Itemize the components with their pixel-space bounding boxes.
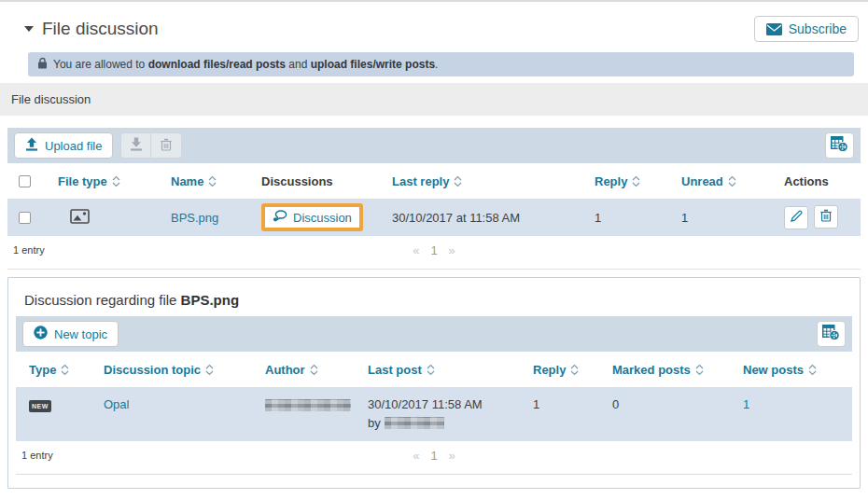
new-topic-label: New topic <box>54 327 107 341</box>
discussion-panel-title: Discussion regarding file BPS.png <box>8 278 860 316</box>
top-divider <box>0 0 868 2</box>
column-header-discussions: Discussions <box>254 174 385 188</box>
last-post-cell: 30/10/2017 11:58 AM by <box>360 387 525 430</box>
lock-icon <box>37 57 48 72</box>
table-settings-icon <box>831 136 848 155</box>
column-header-file-type[interactable]: File type <box>50 174 163 188</box>
file-table-footer: 1 entry «1» <box>7 236 861 270</box>
file-table-row: BPS.png Discussion 30/10/2017 at 11:58 A… <box>7 199 861 236</box>
download-selected-button[interactable] <box>120 132 151 159</box>
page-title: File discussion <box>42 19 159 39</box>
file-name-link[interactable]: BPS.png <box>171 211 218 225</box>
discussed-file-name: BPS.png <box>181 292 240 308</box>
pagination: «1» <box>7 243 861 257</box>
redacted-author <box>385 417 444 429</box>
pagination-next[interactable]: » <box>449 449 455 463</box>
discussion-button[interactable]: Discussion <box>265 207 359 228</box>
pagination-prev[interactable]: « <box>413 449 419 463</box>
reply-count-cell: 1 <box>587 211 674 225</box>
permission-text: You are allowed to download files/read p… <box>53 58 438 71</box>
sort-icon <box>695 364 704 376</box>
last-post-date: 30/10/2017 11:58 AM <box>368 397 525 411</box>
trash-icon <box>161 138 172 154</box>
sort-icon <box>454 175 462 187</box>
delete-selected-button[interactable] <box>151 132 182 159</box>
upload-file-button[interactable]: Upload file <box>14 132 113 159</box>
sort-icon <box>728 175 736 187</box>
column-header-last-post[interactable]: Last post <box>360 363 525 377</box>
collapse-caret-icon[interactable] <box>24 26 34 32</box>
column-header-new-posts[interactable]: New posts <box>735 363 852 377</box>
discussion-panel: Discussion regarding file BPS.png New to… <box>7 277 861 489</box>
sort-icon <box>205 364 214 376</box>
download-icon <box>130 137 143 154</box>
sort-icon <box>112 175 120 187</box>
pagination-next[interactable]: » <box>449 243 455 257</box>
column-header-author[interactable]: Author <box>258 363 360 377</box>
image-file-icon <box>70 213 90 227</box>
section-header-bar: File discussion <box>0 83 868 116</box>
file-type-cell <box>50 209 163 227</box>
file-table: Upload file File type Name Discussion <box>7 128 861 270</box>
last-reply-cell: 30/10/2017 at 11:58 AM <box>385 211 587 225</box>
upload-icon <box>25 137 38 154</box>
pagination-prev[interactable]: « <box>413 243 419 257</box>
file-table-header-row: File type Name Discussions Last reply Re… <box>7 163 861 199</box>
column-header-reply[interactable]: Reply <box>587 174 674 188</box>
column-header-name[interactable]: Name <box>163 174 254 188</box>
file-table-toolbar: Upload file <box>7 128 861 163</box>
sort-icon <box>427 364 435 376</box>
discussion-button-highlight: Discussion <box>261 203 363 231</box>
pagination: «1» <box>16 449 852 463</box>
table-column-settings-button[interactable] <box>817 321 846 347</box>
column-header-actions: Actions <box>777 174 861 188</box>
topics-table-header-row: Type Discussion topic Author Last post R… <box>16 352 852 387</box>
subscribe-label: Subscribe <box>789 21 847 36</box>
reply-count-cell: 1 <box>525 387 605 411</box>
pagination-current[interactable]: 1 <box>430 449 437 463</box>
pagination-current[interactable]: 1 <box>430 243 437 257</box>
bulk-actions-group <box>120 132 182 159</box>
sort-icon <box>61 364 69 376</box>
discussion-button-label: Discussion <box>293 211 352 225</box>
sort-icon <box>632 175 640 187</box>
column-header-type[interactable]: Type <box>16 363 96 377</box>
new-posts-link[interactable]: 1 <box>743 397 749 411</box>
table-column-settings-button[interactable] <box>825 132 854 159</box>
new-topic-button[interactable]: New topic <box>22 321 119 347</box>
envelope-icon <box>766 23 782 35</box>
plus-circle-icon <box>34 326 48 342</box>
pencil-icon <box>791 210 803 225</box>
discussion-bubble-icon <box>273 210 287 225</box>
subscribe-button[interactable]: Subscribe <box>754 16 859 42</box>
topic-row: NEW Opal 30/10/2017 11:58 AM by 1 0 1 <box>16 387 852 441</box>
edit-button[interactable] <box>784 206 808 229</box>
last-post-by-label: by <box>368 416 381 430</box>
row-checkbox[interactable] <box>19 212 31 224</box>
column-header-marked-posts[interactable]: Marked posts <box>605 363 735 377</box>
column-header-reply[interactable]: Reply <box>525 363 605 377</box>
sort-icon <box>808 364 817 376</box>
page-header: File discussion Subscribe <box>24 13 859 45</box>
topics-table-footer: 1 entry «1» <box>16 441 852 475</box>
marked-posts-cell: 0 <box>605 387 735 411</box>
table-settings-icon <box>822 325 840 343</box>
discussion-toolbar: New topic <box>16 316 852 352</box>
section-label: File discussion <box>11 92 91 106</box>
new-topic-badge: NEW <box>29 400 51 412</box>
sort-icon <box>208 175 217 187</box>
unread-count-cell: 1 <box>674 211 777 225</box>
delete-button[interactable] <box>814 205 838 229</box>
column-header-unread[interactable]: Unread <box>674 174 777 188</box>
permission-alert: You are allowed to download files/read p… <box>28 52 854 76</box>
sort-icon <box>310 364 318 376</box>
topic-link[interactable]: Opal <box>104 397 129 411</box>
column-header-discussion-topic[interactable]: Discussion topic <box>96 363 258 377</box>
redacted-author <box>265 399 351 411</box>
sort-icon <box>570 364 579 376</box>
column-header-last-reply[interactable]: Last reply <box>385 174 587 188</box>
upload-file-label: Upload file <box>45 139 102 153</box>
select-all-checkbox[interactable] <box>19 175 31 187</box>
trash-icon <box>820 209 832 225</box>
